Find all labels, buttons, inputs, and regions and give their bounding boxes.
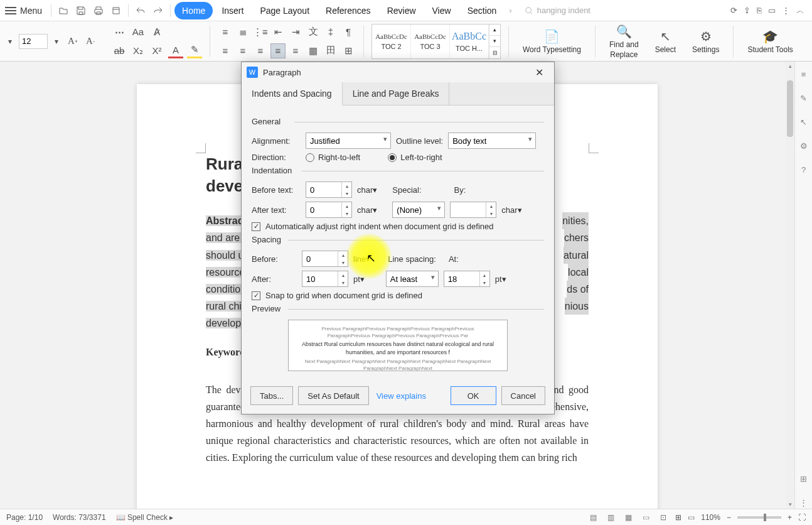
styles-more-icon[interactable]: ⊟ — [489, 46, 500, 58]
redo-icon[interactable] — [150, 3, 166, 19]
tab-section[interactable]: Section — [460, 2, 505, 19]
save-icon[interactable] — [73, 3, 89, 19]
auto-adjust-check[interactable]: ✓Automatically adjust right indent when … — [252, 222, 544, 231]
menu-label[interactable]: Menu — [20, 6, 42, 16]
bullets-icon[interactable]: ≡ — [218, 24, 233, 40]
rail-pen-icon[interactable]: ✎ — [798, 92, 810, 104]
fontsize-input[interactable] — [19, 34, 48, 49]
char-unit[interactable]: char▾ — [357, 185, 377, 195]
tab-indents-spacing[interactable]: Indents and Spacing — [242, 82, 343, 106]
clear-format-icon[interactable]: A̷ — [149, 24, 164, 40]
char-unit-2[interactable]: char▾ — [357, 205, 377, 215]
hamburger-icon[interactable] — [5, 7, 16, 14]
numbering-icon[interactable]: ≣ — [235, 24, 250, 40]
rail-dropdown-icon[interactable]: ≡ — [798, 68, 810, 80]
student-tools-button[interactable]: 🎓 Student Tools — [741, 24, 799, 59]
sync-icon[interactable]: ⟳ — [730, 6, 737, 15]
decrease-indent-icon[interactable]: ⇤ — [270, 24, 286, 40]
pt-unit-2[interactable]: pt▾ — [495, 274, 506, 284]
bold-icon[interactable]: ⋯ — [112, 24, 127, 40]
set-default-button[interactable]: Set As Default — [298, 386, 368, 405]
line-spacing-icon[interactable]: ‡ — [323, 24, 338, 40]
close-button[interactable]: ✕ — [529, 65, 549, 80]
alignment-select[interactable]: Justified — [306, 133, 391, 149]
font-color-icon[interactable]: A — [168, 43, 183, 58]
text-direction-icon[interactable]: 文 — [306, 24, 321, 40]
collapse-ribbon-icon[interactable]: ︿ — [796, 5, 804, 16]
undo-icon[interactable] — [132, 3, 149, 19]
view-focus-icon[interactable]: ⊡ — [658, 512, 669, 523]
cancel-button[interactable]: Cancel — [501, 386, 545, 405]
window-icon[interactable]: ▭ — [768, 6, 776, 15]
line-spacing-select[interactable]: At least — [386, 271, 439, 287]
tab-settings-icon[interactable]: ⊞ — [341, 43, 356, 58]
fullscreen-icon[interactable]: ⛶ — [798, 513, 806, 522]
view-read-icon[interactable]: ▭ — [640, 512, 651, 523]
select-button[interactable]: ↖ Select — [649, 24, 682, 59]
before-text-spinner[interactable]: ▴▾ — [306, 181, 352, 198]
change-case-icon[interactable]: Aa — [131, 24, 146, 40]
tab-references[interactable]: References — [318, 2, 378, 19]
increase-indent-icon[interactable]: ⇥ — [288, 24, 303, 40]
tab-overflow-icon[interactable]: › — [505, 6, 515, 15]
print-preview-icon[interactable] — [108, 3, 124, 19]
ltr-radio[interactable]: Left-to-right — [388, 153, 442, 162]
view-outline-icon[interactable]: ▥ — [605, 512, 616, 523]
view-web-icon[interactable]: ▦ — [622, 512, 634, 523]
pt-unit[interactable]: pt▾ — [353, 274, 365, 284]
borders-icon[interactable]: 田 — [323, 43, 338, 58]
snap-grid-check[interactable]: ✓Snap to grid when document grid is defi… — [252, 291, 544, 300]
styles-gallery[interactable]: AaBbCcDcTOC 2 AaBbCcDcTOC 3 AaBbCcTOC H.… — [371, 24, 501, 59]
search-box[interactable]: hanging indent — [525, 6, 590, 15]
at-spinner[interactable]: ▴▾ — [444, 271, 490, 287]
share-icon[interactable]: ⇪ — [744, 6, 751, 15]
distribute-icon[interactable]: ≡ — [288, 43, 303, 58]
word-count[interactable]: Words: 73/3371 — [53, 513, 106, 522]
zoom-slider-plus[interactable]: + — [788, 513, 792, 522]
page-indicator[interactable]: Page: 1/10 — [6, 513, 43, 522]
rail-select-icon[interactable]: ↖ — [798, 116, 810, 128]
char-unit-3[interactable]: char▾ — [501, 205, 521, 215]
subscript-icon[interactable]: X₂ — [131, 43, 146, 58]
vertical-scrollbar[interactable]: ▴ ▾ — [786, 62, 794, 509]
style-toc3[interactable]: AaBbCcDcTOC 3 — [411, 24, 450, 58]
shrink-font-icon[interactable]: A- — [83, 34, 98, 49]
grow-font-icon[interactable]: A+ — [65, 34, 80, 49]
zoom-slider-minus[interactable]: − — [727, 513, 731, 522]
shading-icon[interactable]: ▦ — [306, 43, 321, 58]
view-print-icon[interactable]: ▤ — [587, 512, 599, 523]
line-unit[interactable]: line▾ — [353, 254, 370, 264]
align-justify-icon[interactable]: ≡ — [270, 43, 286, 58]
styles-down-icon[interactable]: ▾ — [489, 35, 500, 46]
zoom-slider[interactable] — [737, 516, 781, 519]
style-toc2[interactable]: AaBbCcDcTOC 2 — [372, 24, 411, 58]
export-icon[interactable]: ⎘ — [757, 6, 762, 15]
more-icon[interactable]: ⋮ — [782, 6, 790, 15]
rtl-radio[interactable]: Right-to-left — [306, 153, 360, 162]
outline-select[interactable]: Body text — [448, 133, 536, 149]
style-toc-h[interactable]: AaBbCcTOC H... — [450, 24, 489, 58]
open-icon[interactable] — [55, 3, 72, 19]
rail-grid-icon[interactable]: ⊞ — [798, 472, 810, 485]
highlight-icon[interactable]: ✎ — [187, 43, 202, 58]
tab-review[interactable]: Review — [380, 2, 424, 19]
tab-home[interactable]: Home — [174, 2, 213, 19]
special-select[interactable]: (None) — [392, 202, 445, 218]
word-typesetting-button[interactable]: 📄 Word Typesetting — [516, 24, 587, 59]
after-text-spinner[interactable]: ▴▾ — [306, 202, 352, 218]
align-center-icon[interactable]: ≡ — [235, 43, 250, 58]
by-spinner[interactable]: ▴▾ — [450, 202, 496, 218]
scroll-thumb[interactable] — [787, 80, 793, 137]
align-right-icon[interactable]: ≡ — [253, 43, 268, 58]
zoom-out-icon[interactable]: ▭ — [688, 513, 695, 522]
tab-view[interactable]: View — [425, 2, 459, 19]
tab-page-layout[interactable]: Page Layout — [252, 2, 317, 19]
styles-up-icon[interactable]: ▴ — [489, 24, 500, 35]
ok-button[interactable]: OK — [451, 386, 496, 405]
before-spacing-spinner[interactable]: ▴▾ — [302, 251, 348, 267]
rail-more-icon[interactable]: ⋮ — [798, 496, 810, 509]
spellcheck-toggle[interactable]: 📖 Spell Check ▸ — [116, 513, 174, 522]
tab-line-page-breaks[interactable]: Line and Page Breaks — [343, 82, 450, 105]
view-explains-link[interactable]: View explains — [377, 391, 426, 401]
rail-help-icon[interactable]: ? — [798, 163, 810, 176]
